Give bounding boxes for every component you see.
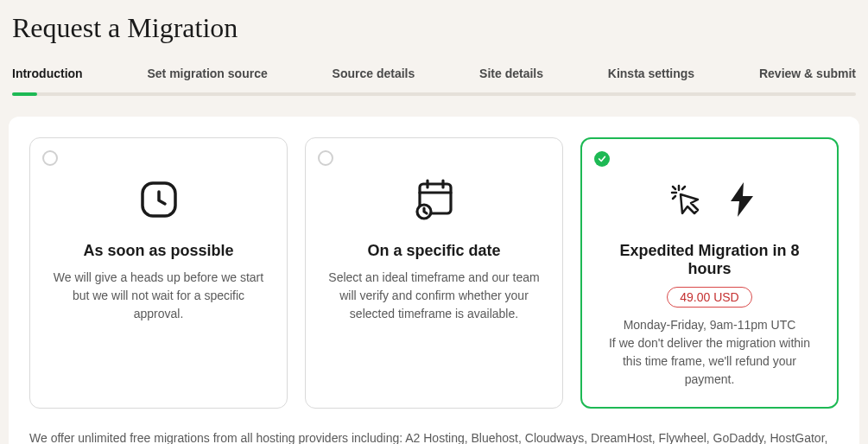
cursor-click-icon — [667, 181, 705, 219]
expedited-icon — [599, 178, 820, 221]
tab-source-details[interactable]: Source details — [333, 60, 415, 92]
clock-icon — [48, 178, 269, 221]
svg-line-10 — [673, 196, 675, 199]
progress-track — [12, 92, 856, 96]
page-title: Request a Migration — [0, 0, 868, 60]
tab-set-migration-source[interactable]: Set migration source — [147, 60, 267, 92]
footnote: We offer unlimited free migrations from … — [29, 429, 839, 444]
tab-review-submit[interactable]: Review & submit — [759, 60, 856, 92]
option-desc: Select an ideal timeframe and our team w… — [323, 269, 545, 323]
option-title: Expedited Migration in 8 hours — [599, 242, 820, 278]
option-expedited[interactable]: Expedited Migration in 8 hours 49.00 USD… — [580, 137, 839, 409]
option-hours: Monday-Friday, 9am-11pm UTC — [599, 316, 820, 334]
progress-fill — [12, 92, 37, 96]
svg-line-9 — [682, 187, 685, 189]
calendar-clock-icon — [323, 178, 545, 221]
migration-options: As soon as possible We will give a heads… — [29, 137, 839, 409]
option-title: On a specific date — [323, 242, 545, 260]
tab-site-details[interactable]: Site details — [479, 60, 543, 92]
option-specific-date[interactable]: On a specific date Select an ideal timef… — [305, 137, 563, 409]
price-badge: 49.00 USD — [667, 287, 751, 308]
radio-unchecked-icon — [42, 150, 58, 166]
tab-introduction[interactable]: Introduction — [12, 60, 83, 92]
radio-unchecked-icon — [318, 150, 333, 166]
option-asap[interactable]: As soon as possible We will give a heads… — [29, 137, 288, 409]
radio-checked-icon — [594, 151, 610, 167]
tab-kinsta-settings[interactable]: Kinsta settings — [608, 60, 694, 92]
lightning-icon — [731, 182, 753, 217]
svg-line-8 — [673, 187, 675, 189]
content-card: As soon as possible We will give a heads… — [9, 117, 859, 444]
option-desc: We will give a heads up before we start … — [48, 269, 269, 323]
option-desc: If we don't deliver the migration within… — [599, 334, 820, 389]
step-tabs: Introduction Set migration source Source… — [0, 60, 868, 92]
option-title: As soon as possible — [48, 242, 269, 260]
